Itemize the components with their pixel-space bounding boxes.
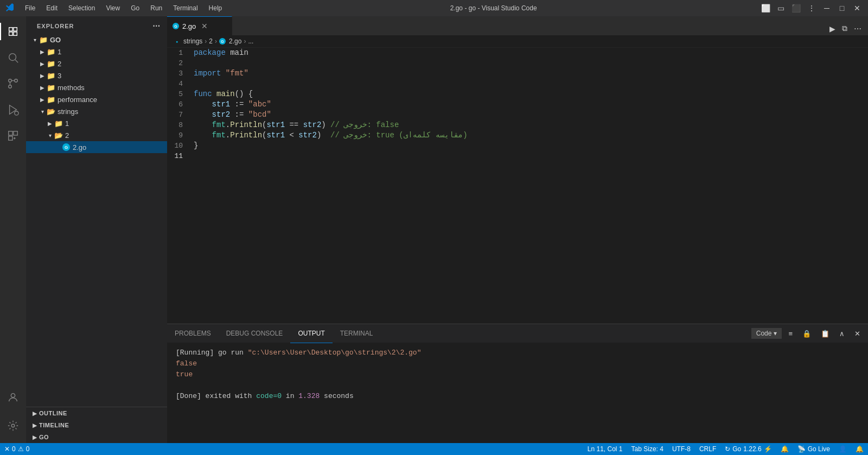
tree-item-performance[interactable]: ▶ 📁 performance: [26, 93, 167, 105]
go-section[interactable]: ▶ GO: [26, 431, 167, 443]
line-content-5[interactable]: func main() {: [192, 89, 868, 99]
line-content-11[interactable]: [192, 151, 868, 161]
tree-arrow-3: ▶: [38, 71, 47, 80]
code-line-8: 8 fmt.Println(str1 == str2) // خروجی: fa…: [167, 120, 868, 130]
tab-terminal[interactable]: TERMINAL: [333, 324, 381, 343]
tree-item-strings[interactable]: ▾ 📂 strings: [26, 105, 167, 117]
run-action-button[interactable]: ▶: [827, 22, 838, 35]
line-content-4[interactable]: [192, 79, 868, 89]
line-content-10[interactable]: }: [192, 141, 868, 151]
split-editor-button[interactable]: ⧉: [840, 22, 850, 35]
tree-item-1[interactable]: ▶ 📁 1: [26, 46, 167, 58]
status-encoding[interactable]: UTF-8: [668, 443, 695, 455]
menu-help[interactable]: Help: [205, 3, 227, 13]
minimize-button[interactable]: ─: [821, 4, 832, 12]
outline-section[interactable]: ▶ OUTLINE: [26, 407, 167, 419]
run-debug-activity-icon[interactable]: [0, 97, 26, 123]
panel-dropdown-label: Code: [756, 330, 772, 337]
panel-list-view-icon[interactable]: ≡: [785, 328, 796, 339]
status-language-label: Go: [732, 445, 741, 453]
panel-lock-icon[interactable]: 🔒: [799, 328, 814, 339]
status-bar-left: ✕ 0 ⚠ 0: [0, 443, 34, 455]
explorer-activity-icon[interactable]: [0, 18, 26, 45]
line-content-3[interactable]: import "fmt": [192, 68, 868, 79]
folder-icon-strings-2: 📂: [54, 131, 63, 140]
status-bell-icon-2[interactable]: 🔔: [851, 443, 868, 455]
menu-bar[interactable]: File Edit Selection View Go Run Terminal…: [21, 3, 226, 13]
customize-layout-icon[interactable]: ⋮: [806, 4, 817, 12]
breadcrumb-go-icon-strings: ●: [174, 38, 180, 45]
breadcrumb-2[interactable]: 2: [209, 37, 213, 45]
tree-label-strings-1: 1: [65, 119, 69, 128]
search-activity-icon[interactable]: [0, 45, 26, 71]
line-content-9[interactable]: fmt.Println(str1 < str2) // خروجی: true …: [192, 130, 868, 141]
panel-copy-icon[interactable]: 📋: [818, 328, 833, 339]
menu-file[interactable]: File: [21, 3, 40, 13]
menu-view[interactable]: View: [101, 3, 124, 13]
main-container: EXPLORER ⋯ ▾ 📁 GO ▶ 📁 1 ▶ 📁 2: [0, 16, 868, 443]
tab-problems[interactable]: PROBLEMS: [167, 324, 219, 343]
panel-layout-icon[interactable]: ⬛: [791, 4, 802, 12]
status-language[interactable]: ↻ Go 1.22.6 ⚡: [720, 443, 776, 455]
status-golive[interactable]: 📡 Go Live: [793, 443, 834, 455]
folder-icon-1: 📁: [47, 47, 55, 56]
tree-label-1: 1: [58, 48, 61, 56]
breadcrumb-ellipsis[interactable]: ...: [248, 37, 253, 45]
panel-scroll-up-icon[interactable]: ∧: [836, 328, 848, 339]
outline-arrow: ▶: [30, 409, 39, 418]
tree-item-2go[interactable]: G 2.go: [26, 141, 167, 153]
tree-item-methods[interactable]: ▶ 📁 methods: [26, 81, 167, 93]
menu-run[interactable]: Run: [146, 3, 167, 13]
code-editor[interactable]: 1 package main 2 3 import "fmt" 4 5 func: [167, 48, 868, 324]
activity-bar-bottom: [0, 384, 26, 439]
tree-label-go: GO: [50, 36, 61, 44]
tab-debug-console[interactable]: DEBUG CONSOLE: [219, 324, 291, 343]
status-tab-size[interactable]: Tab Size: 4: [627, 443, 668, 455]
line-content-1[interactable]: package main: [192, 48, 868, 58]
window-controls[interactable]: ⬜ ▭ ⬛ ⋮ ─ □ ✕: [761, 4, 863, 12]
status-person-icon[interactable]: 👤: [834, 443, 851, 455]
line-content-8[interactable]: fmt.Println(str1 == str2) // خروجی: fals…: [192, 120, 868, 130]
status-errors[interactable]: ✕ 0 ⚠ 0: [0, 443, 34, 455]
line-content-6[interactable]: str1 := "abc": [192, 99, 868, 110]
settings-activity-icon[interactable]: [0, 413, 26, 439]
menu-go[interactable]: Go: [126, 3, 144, 13]
timeline-section[interactable]: ▶ TIMELINE: [26, 419, 167, 431]
tree-item-3[interactable]: ▶ 📁 3: [26, 69, 167, 81]
maximize-button[interactable]: □: [837, 4, 847, 12]
menu-edit[interactable]: Edit: [42, 3, 62, 13]
tree-item-go-root[interactable]: ▾ 📁 GO: [26, 34, 167, 46]
tab-2go[interactable]: G 2.go ✕: [167, 16, 232, 35]
breadcrumb-2go[interactable]: 2.go: [229, 37, 241, 45]
tree-item-2[interactable]: ▶ 📁 2: [26, 58, 167, 69]
menu-selection[interactable]: Selection: [64, 3, 99, 13]
tree-item-strings-1[interactable]: ▶ 📁 1: [26, 117, 167, 129]
close-button[interactable]: ✕: [852, 4, 863, 12]
tab-close-2go[interactable]: ✕: [201, 22, 208, 30]
menu-terminal[interactable]: Terminal: [169, 3, 202, 13]
tree-item-strings-2[interactable]: ▾ 📂 2: [26, 129, 167, 141]
status-line-col[interactable]: Ln 11, Col 1: [583, 443, 627, 455]
line-content-7[interactable]: str2 := "bcd": [192, 110, 868, 120]
line-content-2[interactable]: [192, 58, 868, 68]
source-control-activity-icon[interactable]: [0, 71, 26, 97]
status-eol[interactable]: CRLF: [695, 443, 720, 455]
breadcrumb-strings[interactable]: strings: [183, 37, 202, 45]
output-done-seconds: seconds: [320, 392, 353, 400]
layout-icon[interactable]: ⬜: [761, 4, 771, 12]
output-true-value: true: [176, 370, 193, 378]
status-golive-label: Go Live: [808, 445, 830, 453]
status-bell-icon[interactable]: 🔔: [776, 443, 793, 455]
tab-output[interactable]: OUTPUT: [290, 324, 332, 343]
account-activity-icon[interactable]: [0, 384, 26, 410]
panel-output-dropdown[interactable]: Code ▾: [751, 328, 782, 339]
sidebar-header-icons[interactable]: ⋯: [152, 22, 161, 30]
panel-close-icon[interactable]: ✕: [851, 328, 864, 339]
new-file-icon[interactable]: ⋯: [152, 22, 161, 30]
split-editor-icon[interactable]: ▭: [776, 4, 787, 12]
code-line-10: 10 }: [167, 141, 868, 151]
extensions-activity-icon[interactable]: [0, 123, 26, 149]
sidebar-bottom: ▶ OUTLINE ▶ TIMELINE ▶ GO: [26, 407, 167, 443]
svg-point-17: [11, 424, 15, 427]
more-actions-button[interactable]: ⋯: [852, 22, 864, 35]
